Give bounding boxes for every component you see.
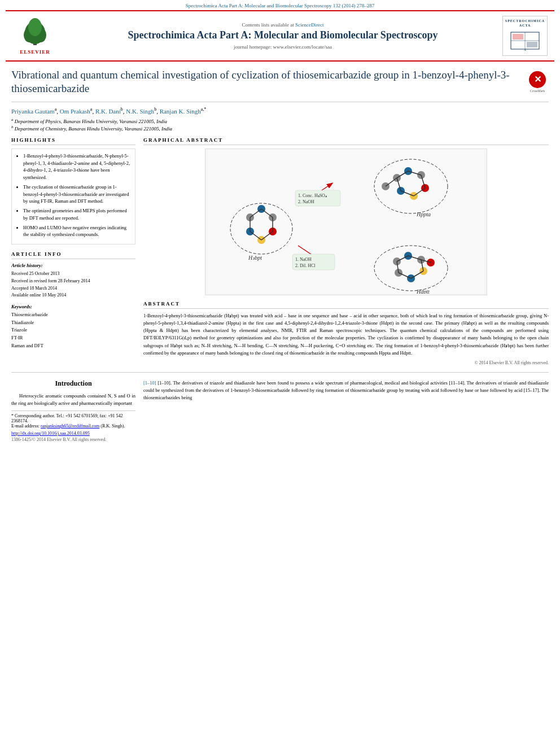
svg-line-23	[250, 231, 261, 240]
svg-text:1. NaOH: 1. NaOH	[295, 257, 312, 262]
elsevier-logo: ELSEVIER	[12, 17, 58, 55]
article-title-section: Vibrational and quantum chemical investi…	[11, 68, 549, 102]
abstract-label: ABSTRACT	[143, 301, 549, 309]
doi-link[interactable]: http://dx.doi.org/10.1016/j.saa.2014.03.…	[11, 431, 90, 436]
highlight-item-4: HOMO and LUMO have negative energies ind…	[23, 224, 130, 239]
two-column-section: HIGHLIGHTS 1-Benzoyl-4-phenyl-3-thiosemi…	[11, 137, 549, 365]
journal-logo-right: SPECTROCHIMICA ACTA A	[502, 16, 548, 56]
svg-text:1. Conc. H₂SO₄: 1. Conc. H₂SO₄	[298, 193, 327, 198]
svg-text:Hppta: Hppta	[416, 211, 431, 217]
svg-text:2. Dil. HCl: 2. Dil. HCl	[295, 263, 316, 268]
issn-section: 1386-1425/© 2014 Elsevier B.V. All right…	[11, 437, 135, 442]
svg-line-45	[414, 188, 425, 196]
footnote-section: * Corresponding author. Tel.: +91 542 67…	[11, 410, 135, 429]
highlight-item-3: The optimized geometries and MEPS plots …	[23, 207, 130, 222]
svg-line-19	[250, 209, 261, 217]
author-rk[interactable]: R.K. Dani	[95, 108, 121, 115]
highlights-list: 1-Benzoyl-4-phenyl-3-thiosemicarbazide, …	[16, 152, 130, 238]
highlights-label: HIGHLIGHTS	[11, 137, 135, 145]
author-ranjan[interactable]: Ranjan K. Singh	[160, 108, 201, 115]
graphical-abstract-label: GRAPHICAL ABSTRACT	[143, 137, 549, 145]
highlights-box: 1-Benzoyl-4-phenyl-3-thiosemicarbazide, …	[11, 148, 135, 244]
online-date: Available online 10 May 2014	[11, 292, 135, 299]
svg-rect-8	[513, 34, 523, 40]
article-info-box: ARTICLE INFO Article history: Received 2…	[11, 251, 135, 350]
keywords-list: Thiosemicarbazide Thiadiazole Triazole F…	[11, 311, 135, 350]
section-divider	[11, 372, 549, 373]
svg-point-4	[28, 18, 42, 36]
left-column: HIGHLIGHTS 1-Benzoyl-4-phenyl-3-thiosemi…	[11, 137, 135, 365]
keyword-2: Thiadiazole	[11, 319, 135, 327]
article-title: Vibrational and quantum chemical investi…	[11, 68, 520, 96]
keywords-title: Keywords:	[11, 304, 135, 309]
svg-line-48	[386, 178, 397, 186]
svg-line-20	[261, 209, 273, 217]
copyright-text: © 2014 Elsevier B.V. All rights reserved…	[143, 360, 549, 365]
revised-date: Received in revised form 28 February 201…	[11, 278, 135, 285]
svg-text:H₃bpt: H₃bpt	[248, 255, 262, 261]
svg-text:A: A	[524, 49, 526, 51]
accepted-date: Accepted 18 March 2014	[11, 285, 135, 292]
svg-line-22	[261, 231, 273, 240]
abstract-text: 1-Benzoyl-4-phenyl-3-thiosemicarbazide (…	[143, 312, 549, 357]
journal-header: ELSEVIER Contents lists available at Sci…	[6, 10, 554, 62]
journal-title: Spectrochimica Acta Part A: Molecular an…	[63, 29, 502, 42]
abstract-section: ABSTRACT 1-Benzoyl-4-phenyl-3-thiosemica…	[143, 301, 549, 365]
svg-line-61	[411, 271, 423, 278]
email-note: E-mail address: ranjanksingh65@rediffmai…	[11, 423, 135, 429]
keywords-section: Keywords: Thiosemicarbazide Thiadiazole …	[11, 304, 135, 350]
sciencedirect-anchor[interactable]: ScienceDirect	[295, 22, 323, 28]
author-om[interactable]: Om Prakash	[60, 108, 90, 115]
highlight-item-1: 1-Benzoyl-4-phenyl-3-thiosemicarbazide, …	[23, 152, 130, 181]
svg-text:Hdptt: Hdptt	[416, 289, 430, 294]
keyword-5: Raman and DFT	[11, 342, 135, 350]
introduction-section: Introduction Heterocyclic aromatic compo…	[0, 379, 560, 442]
article-history-title: Article history:	[11, 263, 135, 268]
svg-point-49	[374, 246, 448, 291]
article-dates: Received 25 October 2013 Received in rev…	[11, 270, 135, 299]
graphical-abstract-image: H₃bpt 1. Conc.	[205, 148, 487, 295]
author-priyanka[interactable]: Priyanka Gautam	[11, 108, 55, 115]
journal-reference: Spectrochimica Acta Part A: Molecular an…	[0, 0, 560, 10]
sciencedirect-link: Contents lists available at ScienceDirec…	[63, 22, 502, 28]
intro-text-left: Heterocyclic aromatic compounds containe…	[11, 392, 135, 407]
affiliations: a Department of Physics, Banaras Hindu U…	[11, 117, 549, 132]
keyword-1: Thiosemicarbazide	[11, 311, 135, 319]
received-date: Received 25 October 2013	[11, 270, 135, 278]
crossmark-icon: ✕	[529, 71, 546, 88]
main-content: Vibrational and quantum chemical investi…	[0, 62, 560, 373]
corresponding-author-note: * Corresponding author. Tel.: +91 542 67…	[11, 413, 135, 423]
journal-logo-box: SPECTROCHIMICA ACTA A	[502, 16, 548, 56]
keyword-3: Triazole	[11, 326, 135, 334]
crossmark-label: CrossMark	[530, 89, 545, 93]
journal-homepage: journal homepage: www.elsevier.com/locat…	[63, 44, 502, 50]
svg-rect-9	[527, 42, 537, 47]
journal-center-info: Contents lists available at ScienceDirec…	[63, 22, 502, 49]
ref-link-1-10[interactable]: [1–10]	[143, 380, 156, 386]
elsevier-label: ELSEVIER	[20, 49, 50, 55]
authors-line: Priyanka Gautama, Om Prakasha, R.K. Dani…	[11, 107, 549, 115]
crossmark-badge: ✕ CrossMark	[526, 71, 549, 93]
svg-text:2. NaOH: 2. NaOH	[298, 199, 314, 204]
intro-left-col: Introduction Heterocyclic aromatic compo…	[11, 379, 135, 442]
introduction-heading: Introduction	[11, 379, 135, 388]
author-nk[interactable]: N.K. Singh	[126, 108, 154, 115]
keyword-4: FT-IR	[11, 334, 135, 342]
doi-section: http://dx.doi.org/10.1016/j.saa.2014.03.…	[11, 431, 135, 436]
intro-right-col: [1–10] [1–10]. The derivatives of triazo…	[143, 379, 549, 442]
highlight-item-2: The cyclization of thiosemicarbazide gro…	[23, 184, 130, 205]
email-link[interactable]: ranjanksingh65@rediffmail.com	[41, 423, 99, 429]
right-column: GRAPHICAL ABSTRACT H₃bpt	[143, 137, 549, 365]
intro-text-right: [1–10] [1–10]. The derivatives of triazo…	[143, 379, 549, 402]
article-info-label: ARTICLE INFO	[11, 251, 135, 259]
